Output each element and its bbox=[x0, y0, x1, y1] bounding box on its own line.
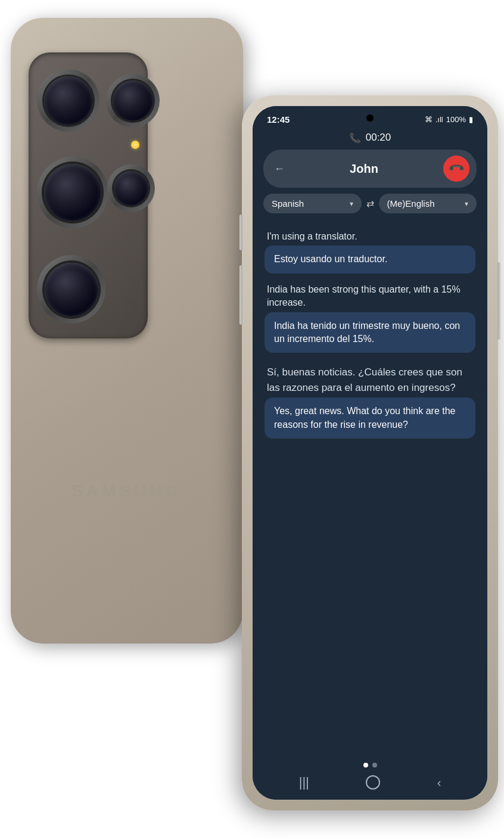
dot-2 bbox=[372, 763, 377, 767]
end-call-icon: 📞 bbox=[447, 159, 465, 178]
home-button[interactable] bbox=[366, 775, 380, 790]
message-bubble-2: India ha tenido un trimestre muy bueno, … bbox=[265, 312, 475, 353]
power-button-front bbox=[497, 262, 500, 340]
camera-module bbox=[29, 52, 148, 338]
lens-3 bbox=[37, 157, 108, 228]
end-call-button[interactable]: 📞 bbox=[443, 156, 469, 182]
message-bubble-1: Estoy usando un traductor. bbox=[265, 246, 475, 273]
call-duration-row: 📞 00:20 bbox=[349, 132, 391, 144]
lens-5 bbox=[37, 255, 105, 324]
dot-1 bbox=[363, 763, 368, 767]
call-duration: 00:20 bbox=[366, 132, 391, 144]
caller-bar: ← John 📞 bbox=[263, 150, 477, 188]
lens-4 bbox=[107, 164, 155, 212]
navigation-bar: ||| ‹ bbox=[253, 757, 487, 800]
recents-button[interactable]: ||| bbox=[299, 775, 309, 790]
phone-icon: 📞 bbox=[349, 132, 361, 144]
swap-languages-icon[interactable]: ⇄ bbox=[366, 198, 374, 209]
vol-up-button bbox=[239, 215, 242, 250]
wifi-icon: ⌘ bbox=[425, 115, 433, 124]
call-header: 📞 00:20 ← John 📞 Spanish ▾ ⇄ (Me)Engl bbox=[253, 128, 487, 220]
message-plain-2: India has been strong this quarter, with… bbox=[265, 283, 475, 310]
from-language-chevron: ▾ bbox=[350, 200, 353, 208]
selfie-camera bbox=[366, 114, 374, 122]
lens-2 bbox=[106, 74, 160, 128]
message-group-1: I'm using a translator. Estoy usando un … bbox=[265, 230, 475, 274]
language-selector-row: Spanish ▾ ⇄ (Me)English ▾ bbox=[263, 194, 477, 213]
to-language-chevron: ▾ bbox=[465, 200, 468, 208]
to-language-label: (Me)English bbox=[387, 198, 435, 209]
phone-back: SAMSUNG bbox=[11, 18, 243, 644]
phone-screen: 12:45 ⌘ .ıll 100% ▮ 📞 00:20 ← John 📞 bbox=[253, 106, 487, 800]
message-group-2: India has been strong this quarter, with… bbox=[265, 283, 475, 353]
from-language-label: Spanish bbox=[272, 198, 304, 209]
signal-icon: .ıll bbox=[435, 115, 443, 124]
message-plain-1: I'm using a translator. bbox=[265, 230, 475, 243]
status-time: 12:45 bbox=[267, 114, 290, 125]
message-plain-3: Sí, buenas noticias. ¿Cuáles crees que s… bbox=[265, 362, 475, 395]
from-language-selector[interactable]: Spanish ▾ bbox=[263, 194, 362, 213]
message-bubble-3: Yes, great news. What do you think are t… bbox=[265, 397, 475, 439]
flash-dot bbox=[131, 141, 139, 149]
caller-name: John bbox=[285, 162, 443, 176]
back-button[interactable]: ‹ bbox=[437, 776, 441, 790]
page-indicator bbox=[363, 763, 377, 767]
vol-down-button bbox=[239, 265, 242, 325]
battery-icon: ▮ bbox=[469, 115, 473, 124]
nav-buttons: ||| ‹ bbox=[253, 775, 487, 790]
samsung-wordmark: SAMSUNG bbox=[71, 481, 182, 501]
message-group-3: Sí, buenas noticias. ¿Cuáles crees que s… bbox=[265, 362, 475, 439]
chat-area: I'm using a translator. Estoy usando un … bbox=[253, 220, 487, 757]
battery-indicator: 100% bbox=[446, 115, 466, 124]
status-icons: ⌘ .ıll 100% ▮ bbox=[425, 115, 473, 124]
to-language-selector[interactable]: (Me)English ▾ bbox=[379, 194, 477, 213]
lens-1 bbox=[37, 69, 99, 132]
back-icon[interactable]: ← bbox=[274, 163, 285, 175]
phone-front: 12:45 ⌘ .ıll 100% ▮ 📞 00:20 ← John 📞 bbox=[242, 95, 498, 810]
